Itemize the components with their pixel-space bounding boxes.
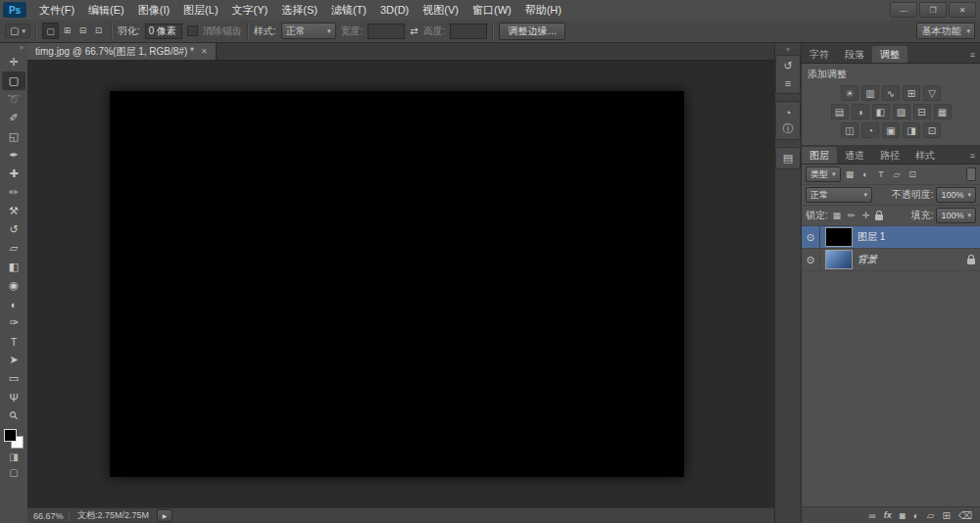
lock-pixels-icon[interactable]: ✏ [846, 210, 858, 222]
quick-mask-icon[interactable]: ◨ [2, 449, 25, 464]
panel-menu-icon[interactable]: ≡ [965, 46, 980, 63]
menu-file[interactable]: 文件(F) [32, 0, 81, 20]
status-options-button[interactable]: ▶ [157, 509, 172, 522]
canvas[interactable] [110, 91, 684, 477]
collapse-toolbar-icon[interactable]: » [20, 43, 27, 53]
gradient-map-icon[interactable]: ◨ [903, 122, 920, 138]
filter-adjustment-layers-icon[interactable]: ◐ [859, 168, 872, 181]
lasso-tool[interactable]: ➰ [2, 90, 25, 109]
filter-shape-layers-icon[interactable]: ▱ [891, 168, 904, 181]
layer-name[interactable]: 图层 1 [858, 230, 885, 244]
actions-panel-icon[interactable]: ≡ [778, 74, 798, 91]
new-selection-icon[interactable]: ▢ [42, 23, 59, 39]
eyedropper-tool[interactable]: ✒ [2, 146, 25, 165]
lock-all-icon[interactable] [875, 214, 883, 220]
spot-healing-brush-tool[interactable]: ✚ [2, 165, 25, 183]
pen-tool[interactable]: ✑ [2, 313, 25, 332]
new-group-icon[interactable]: ▱ [927, 510, 935, 521]
expand-dock-icon[interactable]: « [786, 45, 790, 55]
black-white-icon[interactable]: ◧ [872, 104, 890, 119]
panel-menu-icon[interactable]: ≡ [965, 147, 980, 164]
tool-preset-picker[interactable]: ▢ ▾ [5, 24, 30, 38]
tab-layers[interactable]: 图层 [802, 147, 837, 164]
color-balance-icon[interactable]: ◑ [852, 104, 869, 119]
tab-adjustments[interactable]: 调整 [872, 46, 907, 63]
rectangular-marquee-tool[interactable]: ▢ [2, 71, 25, 90]
channel-mixer-icon[interactable]: ⊟ [913, 104, 931, 119]
filter-kind-select[interactable]: 类型 ▾ [806, 166, 841, 182]
visibility-eye-icon[interactable]: ⊙ [802, 226, 820, 248]
swap-dimensions-icon[interactable]: ⇄ [410, 25, 417, 36]
timeline-panel-icon[interactable]: ▤ [778, 150, 798, 166]
height-input[interactable] [450, 24, 487, 39]
link-layers-icon[interactable]: ∞ [869, 510, 876, 521]
tab-channels[interactable]: 通道 [837, 147, 872, 164]
zoom-level-field[interactable]: 66.67% [31, 511, 70, 521]
brush-tool[interactable]: ✏ [2, 183, 25, 202]
restore-button[interactable]: ❐ [919, 2, 947, 18]
menu-layer[interactable]: 图层(L) [176, 0, 224, 20]
fill-select[interactable]: 100% ▾ [936, 208, 976, 223]
visibility-eye-icon[interactable]: ⊙ [802, 249, 820, 270]
exposure-icon[interactable]: ⊞ [903, 85, 920, 101]
layer-thumbnail[interactable] [825, 227, 853, 247]
menu-select[interactable]: 选择(S) [274, 0, 324, 20]
path-selection-tool[interactable]: ➤ [2, 351, 25, 369]
document-tab[interactable]: timg.jpg @ 66.7%(图层 1, RGB/8#) * ✕ [27, 43, 217, 60]
close-tab-icon[interactable]: ✕ [201, 47, 208, 56]
screen-mode-icon[interactable]: ▢ [2, 464, 25, 480]
menu-help[interactable]: 帮助(H) [518, 0, 568, 20]
width-input[interactable] [368, 24, 405, 39]
zoom-tool[interactable]: ⚲ [2, 406, 25, 425]
quick-selection-tool[interactable]: ✐ [2, 109, 25, 127]
curves-icon[interactable]: ∿ [882, 85, 900, 101]
layer-row-layer-1[interactable]: ⊙ 图层 1 [802, 226, 980, 249]
blur-tool[interactable]: ◉ [2, 276, 25, 295]
minimize-button[interactable]: — [890, 2, 917, 18]
posterize-icon[interactable]: ◔ [861, 122, 879, 138]
feather-input[interactable]: 0 像素 [145, 24, 182, 39]
add-layer-mask-icon[interactable]: ◙ [900, 510, 906, 521]
menu-type[interactable]: 文字(Y) [225, 0, 275, 20]
refine-edge-button[interactable]: 调整边缘… [499, 23, 565, 40]
workspace-switcher[interactable]: 基本功能 ▾ [916, 23, 975, 39]
properties-panel-icon[interactable]: ◔ [778, 104, 798, 120]
info-panel-icon[interactable]: ⓘ [778, 120, 798, 137]
new-adjustment-layer-icon[interactable]: ◐ [913, 510, 919, 521]
vibrance-icon[interactable]: ▽ [923, 85, 941, 101]
layer-name[interactable]: 背景 [858, 253, 877, 266]
photo-filter-icon[interactable]: ▨ [893, 104, 910, 119]
horizontal-type-tool[interactable]: T [2, 332, 25, 351]
subtract-from-selection-icon[interactable]: ⊟ [75, 23, 90, 37]
filter-type-layers-icon[interactable]: T [875, 168, 888, 181]
layer-row-background[interactable]: ⊙ 背景 [802, 249, 980, 271]
eraser-tool[interactable]: ▱ [2, 239, 25, 258]
intersect-selection-icon[interactable]: ⊡ [91, 23, 106, 37]
menu-edit[interactable]: 编辑(E) [81, 0, 131, 20]
filter-pixel-layers-icon[interactable]: ▦ [844, 168, 857, 181]
lock-position-icon[interactable]: ✛ [860, 210, 872, 222]
menu-window[interactable]: 窗口(W) [466, 0, 518, 20]
add-to-selection-icon[interactable]: ⊞ [60, 23, 74, 37]
filter-toggle-switch[interactable] [966, 167, 976, 181]
gradient-tool[interactable]: ◧ [2, 258, 25, 276]
new-layer-icon[interactable]: ⊞ [942, 510, 950, 521]
crop-tool[interactable]: ◱ [2, 127, 25, 146]
layer-effects-icon[interactable]: fx [884, 510, 892, 520]
opacity-select[interactable]: 100% ▾ [936, 187, 976, 203]
move-tool[interactable]: ✛ [2, 53, 25, 71]
history-panel-icon[interactable]: ↺ [778, 58, 798, 74]
close-button[interactable]: ✕ [949, 2, 976, 18]
hue-saturation-icon[interactable]: ▤ [831, 104, 849, 119]
hand-tool[interactable]: Ψ [2, 388, 25, 406]
foreground-color-swatch[interactable] [4, 429, 17, 442]
tab-styles[interactable]: 样式 [907, 147, 943, 164]
tab-character[interactable]: 字符 [802, 46, 837, 63]
blend-mode-select[interactable]: 正常 ▾ [806, 187, 872, 203]
brightness-contrast-icon[interactable]: ☀ [841, 85, 858, 101]
layer-thumbnail[interactable] [825, 250, 853, 269]
invert-icon[interactable]: ◫ [841, 122, 858, 138]
filter-smart-objects-icon[interactable]: ⊡ [906, 168, 919, 181]
clone-stamp-tool[interactable]: ⚒ [2, 202, 25, 220]
tab-paragraph[interactable]: 段落 [837, 46, 872, 63]
